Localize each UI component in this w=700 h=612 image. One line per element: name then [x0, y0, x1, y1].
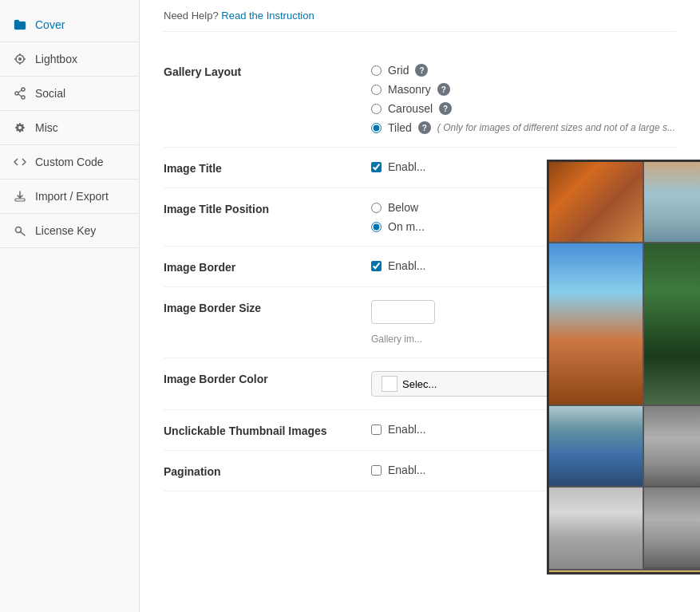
image-border-size-label: Image Border Size	[164, 300, 355, 314]
color-button-label: Selec...	[402, 378, 437, 390]
sidebar-label-misc: Misc	[35, 121, 58, 134]
radio-on-media-input[interactable]	[371, 222, 382, 232]
sidebar-label-license-key: License Key	[35, 224, 96, 237]
sidebar-item-custom-code[interactable]: Custom Code	[0, 145, 139, 180]
gallery-cell-10	[549, 488, 643, 569]
gallery-cell-2	[644, 162, 700, 242]
masonry-help-icon[interactable]: ?	[437, 83, 450, 96]
social-icon	[13, 86, 27, 101]
gallery-grid	[549, 162, 700, 572]
image-title-checkbox-text: Enabl...	[388, 160, 425, 173]
sidebar-item-misc[interactable]: Misc	[0, 111, 139, 145]
gallery-layout-label: Gallery Layout	[164, 64, 355, 78]
unclickable-label: Unclickable Thumbnail Images	[164, 423, 355, 437]
radio-tiled-label: Tiled	[388, 121, 412, 134]
folder-icon	[13, 18, 27, 32]
svg-point-7	[22, 88, 25, 91]
radio-tiled-input[interactable]	[371, 123, 382, 133]
unclickable-checkbox-text: Enabl...	[388, 423, 425, 436]
sidebar-label-cover: Cover	[35, 18, 65, 31]
radio-masonry-label: Masonry	[388, 83, 431, 96]
code-icon	[13, 155, 27, 169]
color-swatch	[382, 376, 397, 392]
svg-point-6	[15, 92, 18, 95]
radio-masonry-input[interactable]	[371, 85, 382, 95]
radio-grid-input[interactable]	[371, 65, 382, 76]
svg-line-10	[18, 94, 22, 97]
gallery-cell-14	[549, 571, 700, 572]
carousel-help-icon[interactable]: ?	[439, 102, 452, 115]
svg-line-13	[21, 232, 26, 236]
misc-icon	[13, 120, 27, 135]
border-size-input[interactable]: 10	[371, 300, 435, 324]
radio-below-label: Below	[388, 201, 418, 214]
image-border-label: Image Border	[164, 259, 355, 274]
sidebar-label-import-export: Import / Export	[35, 190, 109, 203]
sidebar-item-cover[interactable]: Cover	[0, 8, 139, 42]
gallery-cell-8	[644, 406, 700, 486]
radio-carousel[interactable]: Carousel ?	[371, 102, 676, 115]
radio-tiled[interactable]: Tiled ? ( Only for images of different s…	[371, 121, 676, 134]
radio-grid-label: Grid	[388, 64, 409, 77]
gallery-cell-5	[644, 243, 700, 405]
gallery-layout-row: Gallery Layout Grid ? Masonry ? Carousel…	[164, 51, 676, 148]
sidebar-label-social: Social	[35, 87, 65, 100]
svg-rect-11	[15, 199, 25, 201]
tiled-note: ( Only for images of different sizes and…	[437, 122, 675, 133]
grid-help-icon[interactable]: ?	[415, 64, 428, 77]
gallery-layout-control: Grid ? Masonry ? Carousel ? Tiled ? ( On…	[371, 64, 676, 134]
sidebar-item-license-key[interactable]: License Key	[0, 214, 139, 248]
svg-point-8	[22, 96, 25, 99]
lightbox-icon	[13, 52, 27, 66]
sidebar: Cover Lightbox Social Misc Custom Code I…	[0, 0, 140, 612]
radio-carousel-label: Carousel	[388, 102, 433, 115]
image-title-position-label: Image Title Position	[164, 201, 355, 215]
pagination-label: Pagination	[164, 464, 355, 478]
sidebar-item-lightbox[interactable]: Lightbox	[0, 42, 139, 77]
svg-point-1	[18, 57, 22, 61]
top-bar: Need Help? Read the Instruction	[164, 0, 676, 32]
svg-line-9	[18, 90, 22, 93]
gallery-cell-7	[549, 406, 643, 486]
image-border-checkbox[interactable]	[371, 261, 382, 271]
gallery-cell-11	[644, 488, 700, 567]
unclickable-checkbox[interactable]	[371, 424, 382, 435]
help-text: Need Help?	[164, 10, 219, 22]
main-content: Need Help? Read the Instruction Gallery …	[140, 0, 700, 612]
radio-grid[interactable]: Grid ?	[371, 64, 676, 77]
image-border-checkbox-text: Enabl...	[388, 259, 425, 272]
tiled-help-icon[interactable]: ?	[418, 121, 431, 134]
image-border-color-label: Image Border Color	[164, 371, 355, 385]
pagination-checkbox[interactable]	[371, 465, 382, 476]
sidebar-label-lightbox: Lightbox	[35, 53, 77, 65]
gallery-cell-4	[549, 243, 643, 405]
import-export-icon	[13, 189, 27, 203]
radio-carousel-input[interactable]	[371, 104, 382, 114]
gallery-preview-overlay	[547, 160, 700, 574]
radio-on-media-label: On m...	[388, 220, 425, 233]
gallery-cell-1	[549, 162, 643, 242]
radio-masonry[interactable]: Masonry ?	[371, 83, 676, 96]
sidebar-item-social[interactable]: Social	[0, 77, 139, 111]
radio-below-input[interactable]	[371, 203, 382, 213]
image-title-checkbox[interactable]	[371, 162, 382, 172]
read-instruction-link[interactable]: Read the Instruction	[221, 10, 314, 22]
key-icon	[13, 223, 27, 238]
sidebar-label-custom-code: Custom Code	[35, 156, 104, 168]
pagination-checkbox-text: Enabl...	[388, 464, 425, 476]
sidebar-item-import-export[interactable]: Import / Export	[0, 180, 139, 214]
image-title-label: Image Title	[164, 160, 355, 175]
